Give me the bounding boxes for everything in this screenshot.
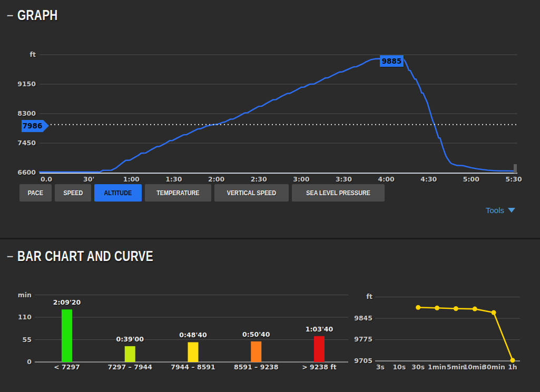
graph-section-title-text: GRAPH [17,7,58,24]
duration-curve-point [473,307,477,311]
altitude-line [40,59,514,172]
metric-button-label: VERTICAL SPEED [227,184,276,202]
metric-button-vertical-speed[interactable]: VERTICAL SPEED [214,184,289,202]
altitude-peak-badge: 9885 [380,55,404,67]
graph-end-handle [514,164,517,173]
graph-collapse-toggle[interactable]: – [7,8,13,22]
bar [251,341,261,362]
altitude-threshold-badge-arrow [43,120,49,132]
altitude-threshold-badge: 7986 [22,120,43,132]
metric-button-label: TEMPERATURE [156,184,199,202]
metric-button-label: SEA LEVEL PRESSURE [306,184,370,202]
metric-button-label: SPEED [63,184,83,202]
bar [188,342,199,362]
metric-button-sea-level-pressure[interactable]: SEA LEVEL PRESSURE [292,184,385,202]
graph-section-title: GRAPH [17,7,72,24]
metric-button-pace[interactable]: PACE [19,184,52,202]
section-divider [0,238,540,239]
metric-button-label: PACE [28,184,43,202]
bar [314,336,325,362]
duration-curve-point [492,310,496,315]
bar-curve-section-title-text: BAR CHART AND CURVE [17,248,153,265]
metric-button-label: ALTITUDE [104,184,132,202]
duration-curve-point [510,358,515,363]
duration-curve-line [418,307,513,360]
tools-dropdown[interactable]: Tools [486,206,515,215]
duration-curve-point [435,306,439,310]
chevron-down-icon [508,208,515,213]
bar-curve-section-title: BAR CHART AND CURVE [17,248,201,265]
bar-curve-collapse-toggle[interactable]: – [7,249,13,263]
duration-curve-point [454,306,458,311]
metric-button-altitude[interactable]: ALTITUDE [94,184,142,202]
bar [62,309,72,362]
metric-button-row: PACESPEEDALTITUDETEMPERATUREVERTICAL SPE… [19,184,385,202]
metric-button-speed[interactable]: SPEED [55,184,92,202]
metric-button-temperature[interactable]: TEMPERATURE [145,184,211,202]
bar [125,346,135,362]
duration-curve-point [416,305,420,310]
page: ft91508300745066000.030'1:001:302:002:30… [0,0,540,392]
tools-label: Tools [486,206,504,215]
